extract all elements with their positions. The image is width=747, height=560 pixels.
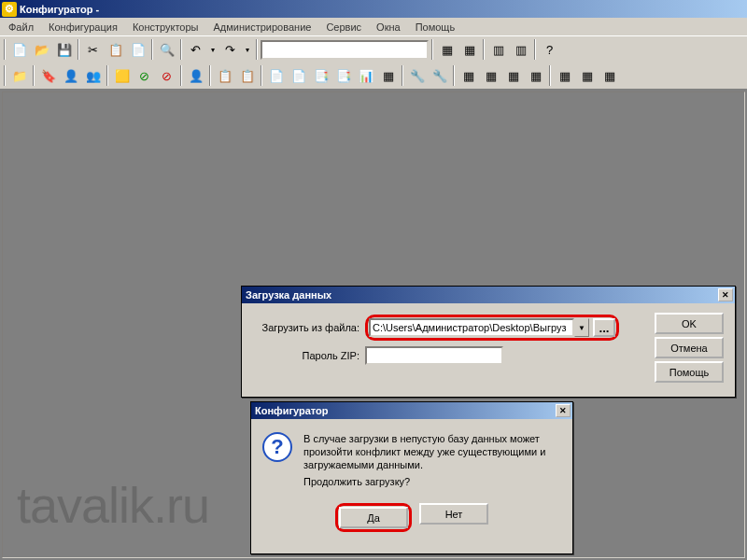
confirm-text-1: В случае загрузки в непустую базу данных…	[303, 432, 561, 471]
tb2-icon-24[interactable]: ▦	[576, 65, 598, 86]
toolbar-row-1: 📄 📂 💾 ✂ 📋 📄 🔍 ↶ ▾ ↷ ▾ ▦ ▦ ▥ ▥ ?	[0, 36, 747, 63]
tb2-icon-22[interactable]: ▦	[525, 65, 546, 86]
zip-password-input[interactable]	[365, 346, 503, 365]
app-icon: ⚙	[2, 2, 17, 17]
load-data-dialog: Загрузка данных ✕ Загрузить из файла: ▼ …	[241, 286, 736, 398]
tb2-icon-2[interactable]: 🔖	[37, 65, 59, 86]
close-icon[interactable]: ✕	[556, 404, 571, 417]
tb2-icon-12[interactable]: 📄	[288, 65, 309, 86]
tb2-icon-9[interactable]: 📋	[214, 65, 235, 86]
tb2-icon-25[interactable]: ▦	[599, 65, 620, 86]
confirm-dialog: Конфигуратор ✕ ? В случае загрузки в неп…	[250, 401, 573, 554]
redo-icon[interactable]: ↷	[219, 39, 241, 60]
cut-icon[interactable]: ✂	[82, 39, 104, 60]
redo-dd-icon[interactable]: ▾	[242, 39, 253, 60]
browse-button[interactable]: ...	[593, 318, 615, 337]
yes-highlight: Да	[335, 503, 412, 532]
copy-icon[interactable]: 📋	[105, 39, 126, 60]
watermark: tavalik.ru	[17, 476, 209, 534]
help-icon[interactable]: ?	[539, 39, 560, 60]
menu-windows[interactable]: Окна	[369, 20, 408, 35]
question-icon: ?	[262, 432, 292, 462]
menu-config[interactable]: Конфигурация	[41, 20, 125, 35]
confirm-dialog-title-bar: Конфигуратор ✕	[251, 402, 572, 419]
ok-button[interactable]: OK	[655, 313, 724, 334]
tb2-icon-18[interactable]: 🔧	[429, 65, 450, 86]
toolbar-combo[interactable]	[261, 40, 429, 60]
no-button[interactable]: Нет	[419, 503, 488, 525]
tool-a-icon[interactable]: ▦	[436, 39, 458, 60]
paste-icon[interactable]: 📄	[127, 39, 148, 60]
confirm-message: В случае загрузки в непустую базу данных…	[303, 432, 561, 488]
tool-c-icon[interactable]: ▥	[487, 39, 509, 60]
tb2-icon-10[interactable]: 📋	[236, 65, 258, 86]
tool-b-icon[interactable]: ▦	[458, 39, 480, 60]
tb2-icon-7[interactable]: ⊘	[156, 65, 177, 86]
tb2-icon-13[interactable]: 📑	[310, 65, 331, 86]
save-icon[interactable]: 💾	[53, 39, 75, 60]
help-button[interactable]: Помощь	[655, 361, 724, 383]
tb2-icon-20[interactable]: ▦	[480, 65, 501, 86]
zip-password-label: Пароль ZIP:	[253, 350, 365, 361]
tb2-icon-1[interactable]: 📁	[8, 65, 30, 86]
yes-button[interactable]: Да	[339, 507, 408, 528]
tb2-icon-4[interactable]: 👥	[82, 65, 104, 86]
undo-icon[interactable]: ↶	[185, 39, 206, 60]
menu-service[interactable]: Сервис	[318, 20, 369, 35]
load-dialog-title-bar: Загрузка данных ✕	[242, 287, 735, 303]
file-field-highlight: ▼ ...	[365, 315, 619, 341]
load-from-file-label: Загрузить из файла:	[253, 322, 365, 333]
menu-bar: Файл Конфигурация Конструкторы Администр…	[0, 18, 747, 35]
tb2-icon-3[interactable]: 👤	[60, 65, 81, 86]
tb2-icon-8[interactable]: 👤	[185, 65, 206, 86]
tb2-icon-15[interactable]: 📊	[355, 65, 376, 86]
menu-help[interactable]: Помощь	[408, 20, 463, 35]
tb2-icon-17[interactable]: 🔧	[406, 65, 428, 86]
title-bar: ⚙ Конфигуратор -	[0, 0, 747, 18]
file-path-input[interactable]	[369, 318, 574, 337]
menu-constructors[interactable]: Конструкторы	[125, 20, 206, 35]
tb2-icon-11[interactable]: 📄	[265, 65, 287, 86]
load-dialog-title: Загрузка данных	[246, 289, 331, 301]
menu-admin[interactable]: Администрирование	[206, 20, 319, 35]
close-icon[interactable]: ✕	[718, 288, 733, 301]
cancel-button[interactable]: Отмена	[655, 337, 724, 358]
tool-d-icon[interactable]: ▥	[510, 39, 531, 60]
file-dropdown-icon[interactable]: ▼	[574, 318, 589, 337]
tb2-icon-14[interactable]: 📑	[332, 65, 354, 86]
tb2-icon-19[interactable]: ▦	[458, 65, 479, 86]
toolbar-row-2: 📁 🔖 👤 👥 🟨 ⊘ ⊘ 👤 📋 📋 📄 📄 📑 📑 📊 ▦ 🔧 🔧 ▦ ▦ …	[0, 63, 747, 89]
open-icon[interactable]: 📂	[31, 39, 52, 60]
confirm-dialog-title: Конфигуратор	[255, 405, 329, 416]
confirm-text-2: Продолжить загрузку?	[303, 475, 561, 488]
tb2-icon-5[interactable]: 🟨	[111, 65, 133, 86]
find-icon[interactable]: 🔍	[156, 39, 177, 60]
undo-dd-icon[interactable]: ▾	[207, 39, 218, 60]
toolbar-area: 📄 📂 💾 ✂ 📋 📄 🔍 ↶ ▾ ↷ ▾ ▦ ▦ ▥ ▥ ? 📁 🔖 👤 👥 …	[0, 35, 747, 90]
new-icon[interactable]: 📄	[8, 39, 30, 60]
tb2-icon-21[interactable]: ▦	[502, 65, 524, 86]
tb2-icon-23[interactable]: ▦	[554, 65, 575, 86]
tb2-icon-16[interactable]: ▦	[377, 65, 399, 86]
window-title: Конфигуратор -	[20, 4, 99, 15]
tb2-icon-6[interactable]: ⊘	[134, 65, 155, 86]
menu-file[interactable]: Файл	[1, 20, 41, 35]
